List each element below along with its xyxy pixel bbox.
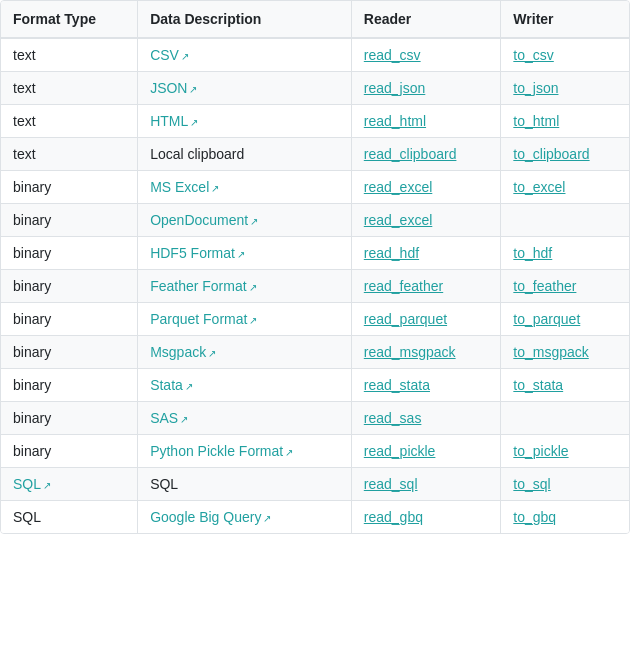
description-link[interactable]: Python Pickle Format↗ bbox=[150, 443, 293, 459]
external-link-icon: ↗ bbox=[190, 117, 198, 128]
cell-description: Stata↗ bbox=[138, 369, 352, 402]
reader-link[interactable]: read_msgpack bbox=[364, 344, 456, 360]
writer-link[interactable]: to_excel bbox=[513, 179, 565, 195]
writer-link[interactable]: to_csv bbox=[513, 47, 553, 63]
writer-link[interactable]: to_feather bbox=[513, 278, 576, 294]
external-link-icon: ↗ bbox=[249, 315, 257, 326]
external-link-icon: ↗ bbox=[263, 513, 271, 524]
table-row: binarySAS↗read_sas bbox=[1, 402, 629, 435]
writer-link[interactable]: to_stata bbox=[513, 377, 563, 393]
cell-reader: read_pickle bbox=[351, 435, 501, 468]
cell-description: JSON↗ bbox=[138, 72, 352, 105]
table-row: textJSON↗read_jsonto_json bbox=[1, 72, 629, 105]
writer-link[interactable]: to_clipboard bbox=[513, 146, 589, 162]
cell-format-type: binary bbox=[1, 171, 138, 204]
reader-link[interactable]: read_hdf bbox=[364, 245, 419, 261]
writer-link[interactable]: to_sql bbox=[513, 476, 550, 492]
cell-format-type: SQL↗ bbox=[1, 468, 138, 501]
cell-writer: to_sql bbox=[501, 468, 629, 501]
description-link[interactable]: Msgpack↗ bbox=[150, 344, 216, 360]
reader-link[interactable]: read_excel bbox=[364, 212, 433, 228]
cell-description: MS Excel↗ bbox=[138, 171, 352, 204]
description-link[interactable]: Google Big Query↗ bbox=[150, 509, 271, 525]
table-row: binaryMS Excel↗read_excelto_excel bbox=[1, 171, 629, 204]
cell-description: Parquet Format↗ bbox=[138, 303, 352, 336]
writer-link[interactable]: to_html bbox=[513, 113, 559, 129]
description-link[interactable]: HTML↗ bbox=[150, 113, 198, 129]
writer-link[interactable]: to_pickle bbox=[513, 443, 568, 459]
col-header-data-description: Data Description bbox=[138, 1, 352, 38]
description-link[interactable]: CSV↗ bbox=[150, 47, 189, 63]
format-table: Format Type Data Description Reader Writ… bbox=[1, 1, 629, 533]
cell-writer: to_feather bbox=[501, 270, 629, 303]
description-link[interactable]: MS Excel↗ bbox=[150, 179, 219, 195]
reader-link[interactable]: read_sql bbox=[364, 476, 418, 492]
writer-link[interactable]: to_hdf bbox=[513, 245, 552, 261]
cell-reader: read_hdf bbox=[351, 237, 501, 270]
writer-link[interactable]: to_parquet bbox=[513, 311, 580, 327]
description-link[interactable]: SAS↗ bbox=[150, 410, 188, 426]
cell-reader: read_parquet bbox=[351, 303, 501, 336]
external-link-icon: ↗ bbox=[208, 348, 216, 359]
io-table: Format Type Data Description Reader Writ… bbox=[0, 0, 630, 534]
reader-link[interactable]: read_pickle bbox=[364, 443, 436, 459]
cell-reader: read_gbq bbox=[351, 501, 501, 534]
reader-link[interactable]: read_feather bbox=[364, 278, 443, 294]
col-header-reader: Reader bbox=[351, 1, 501, 38]
col-header-format-type: Format Type bbox=[1, 1, 138, 38]
reader-link[interactable]: read_sas bbox=[364, 410, 422, 426]
cell-writer: to_stata bbox=[501, 369, 629, 402]
external-link-icon: ↗ bbox=[189, 84, 197, 95]
cell-reader: read_html bbox=[351, 105, 501, 138]
cell-writer: to_html bbox=[501, 105, 629, 138]
cell-description: Feather Format↗ bbox=[138, 270, 352, 303]
description-link[interactable]: OpenDocument↗ bbox=[150, 212, 258, 228]
table-row: SQL↗SQLread_sqlto_sql bbox=[1, 468, 629, 501]
description-link[interactable]: JSON↗ bbox=[150, 80, 197, 96]
description-link[interactable]: Parquet Format↗ bbox=[150, 311, 257, 327]
external-link-icon: ↗ bbox=[43, 480, 51, 491]
cell-format-type: binary bbox=[1, 270, 138, 303]
description-link[interactable]: Feather Format↗ bbox=[150, 278, 256, 294]
cell-reader: read_sql bbox=[351, 468, 501, 501]
cell-reader: read_excel bbox=[351, 204, 501, 237]
reader-link[interactable]: read_parquet bbox=[364, 311, 447, 327]
reader-link[interactable]: read_gbq bbox=[364, 509, 423, 525]
description-link[interactable]: HDF5 Format↗ bbox=[150, 245, 245, 261]
cell-writer bbox=[501, 402, 629, 435]
table-row: SQLGoogle Big Query↗read_gbqto_gbq bbox=[1, 501, 629, 534]
description-link[interactable]: Stata↗ bbox=[150, 377, 193, 393]
cell-format-type: binary bbox=[1, 402, 138, 435]
format-type-link[interactable]: SQL↗ bbox=[13, 476, 51, 492]
cell-description: Msgpack↗ bbox=[138, 336, 352, 369]
cell-format-type: binary bbox=[1, 303, 138, 336]
cell-format-type: binary bbox=[1, 336, 138, 369]
reader-link[interactable]: read_stata bbox=[364, 377, 430, 393]
writer-link[interactable]: to_msgpack bbox=[513, 344, 588, 360]
external-link-icon: ↗ bbox=[250, 216, 258, 227]
cell-format-type: text bbox=[1, 105, 138, 138]
table-header-row: Format Type Data Description Reader Writ… bbox=[1, 1, 629, 38]
table-row: textLocal clipboardread_clipboardto_clip… bbox=[1, 138, 629, 171]
reader-link[interactable]: read_csv bbox=[364, 47, 421, 63]
external-link-icon: ↗ bbox=[249, 282, 257, 293]
cell-description: Python Pickle Format↗ bbox=[138, 435, 352, 468]
cell-format-type: binary bbox=[1, 237, 138, 270]
table-row: textCSV↗read_csvto_csv bbox=[1, 38, 629, 72]
reader-link[interactable]: read_html bbox=[364, 113, 426, 129]
cell-description: Google Big Query↗ bbox=[138, 501, 352, 534]
cell-reader: read_json bbox=[351, 72, 501, 105]
reader-link[interactable]: read_excel bbox=[364, 179, 433, 195]
table-row: binaryHDF5 Format↗read_hdfto_hdf bbox=[1, 237, 629, 270]
cell-writer: to_json bbox=[501, 72, 629, 105]
external-link-icon: ↗ bbox=[237, 249, 245, 260]
reader-link[interactable]: read_clipboard bbox=[364, 146, 457, 162]
writer-link[interactable]: to_gbq bbox=[513, 509, 556, 525]
external-link-icon: ↗ bbox=[185, 381, 193, 392]
table-row: binaryParquet Format↗read_parquetto_parq… bbox=[1, 303, 629, 336]
writer-link[interactable]: to_json bbox=[513, 80, 558, 96]
cell-description: SAS↗ bbox=[138, 402, 352, 435]
cell-format-type: text bbox=[1, 72, 138, 105]
reader-link[interactable]: read_json bbox=[364, 80, 426, 96]
table-row: binaryStata↗read_statato_stata bbox=[1, 369, 629, 402]
